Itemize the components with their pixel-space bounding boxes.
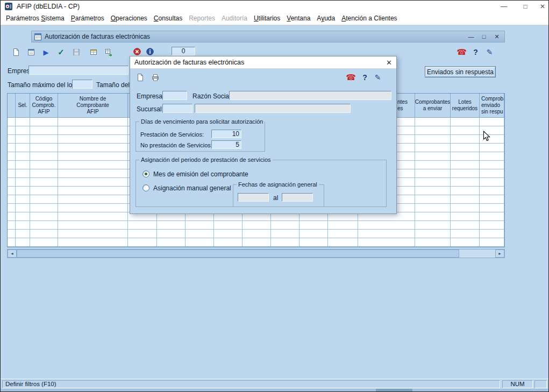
table-cell	[415, 221, 451, 230]
maximize-button[interactable]: □	[515, 1, 536, 13]
no-prestacion-input[interactable]: 5	[211, 140, 241, 149]
title-bar[interactable]: AFIP (dbELDIA - CP) — □ ✕	[1, 1, 548, 13]
empresa-input[interactable]	[28, 66, 129, 75]
menu-item-operaciones[interactable]: Operaciones	[108, 13, 151, 24]
table-cell	[415, 187, 451, 195]
table-column-header[interactable]: Comprobaenviadosin respu	[480, 94, 504, 118]
child-window-titlebar[interactable]: Autorización de facturas electrónicas — …	[31, 31, 505, 42]
table-cell	[16, 144, 30, 152]
table-cell	[480, 187, 504, 195]
table-cell	[16, 152, 30, 161]
table-cell	[8, 169, 16, 178]
table-cell	[30, 144, 58, 152]
properties-button[interactable]	[24, 46, 38, 59]
table-cell	[186, 221, 214, 230]
dialog-titlebar[interactable]: Autorización de facturas electrónicas ✕	[130, 56, 396, 69]
table-cell	[415, 195, 451, 204]
table-row[interactable]	[8, 230, 504, 238]
enviados-sin-respuesta-button[interactable]: Enviados sin respuesta	[425, 66, 496, 77]
table-cell	[451, 152, 480, 161]
dialog-exit-button[interactable]: ☎	[344, 71, 358, 84]
lots-table-button[interactable]	[87, 46, 100, 59]
table-cell	[8, 230, 16, 238]
table-cell	[451, 221, 480, 230]
table-cell	[243, 238, 271, 247]
exit-button[interactable]: ☎	[455, 46, 468, 59]
table-row[interactable]	[8, 221, 504, 230]
dialog-print-button[interactable]	[148, 71, 162, 84]
table-cell	[8, 204, 16, 212]
modify-button[interactable]: ✎	[483, 46, 496, 59]
table-cell	[16, 118, 30, 126]
table-column-header[interactable]	[8, 94, 16, 118]
dialog-empresa-label: Empresa:	[137, 92, 164, 100]
table-cell	[214, 221, 243, 230]
table-cell	[300, 238, 328, 247]
table-cell	[16, 187, 30, 195]
menu-item-ayuda[interactable]: Ayuda	[313, 13, 338, 24]
confirm-button[interactable]: ✓	[54, 46, 68, 59]
tamano-lote-input[interactable]	[72, 80, 92, 89]
cancel-send-button[interactable]	[132, 46, 142, 57]
table-column-header[interactable]: Comprobantesa enviar	[415, 94, 451, 118]
confirm-check-icon: ✓	[58, 47, 65, 57]
menu-item-atenci-n-a-clientes[interactable]: Atención a Clientes	[338, 13, 400, 24]
child-minimize-button[interactable]: —	[466, 33, 476, 40]
new-button[interactable]	[9, 46, 23, 59]
run-button[interactable]: ▶	[39, 46, 53, 59]
menu-item-utilitarios[interactable]: Utilitarios	[251, 13, 283, 24]
horizontal-scrollbar[interactable]: ◄ ►	[7, 249, 505, 258]
table-cell	[58, 212, 128, 221]
vencimiento-groupbox: Días de vencimiento para solicitar autor…	[136, 118, 265, 152]
radio-mes-emision[interactable]	[142, 170, 149, 177]
radio-manual-label[interactable]: Asignación manual general	[153, 184, 231, 192]
table-cell	[16, 178, 30, 187]
table-row[interactable]	[8, 238, 504, 247]
close-button[interactable]: ✕	[536, 1, 549, 13]
radio-asignacion-manual[interactable]	[142, 184, 149, 191]
help-button[interactable]: ?	[469, 46, 482, 59]
table-cell	[451, 144, 480, 152]
table-cell	[451, 178, 480, 187]
table-cell	[480, 221, 504, 230]
child-maximize-button[interactable]: □	[479, 33, 489, 40]
menu-item-ventana[interactable]: Ventana	[283, 13, 313, 24]
table-cell	[415, 238, 451, 247]
child-close-button[interactable]: ✕	[492, 33, 502, 40]
fechas-groupbox: Fechas de asignación general al	[233, 181, 324, 207]
new-document-icon	[136, 73, 145, 82]
menu-item-consultas[interactable]: Consultas	[151, 13, 186, 24]
dialog-sucursal-label: Sucursal:	[137, 105, 163, 113]
run-icon: ▶	[44, 48, 49, 56]
save-button	[69, 46, 83, 59]
dialog-close-button[interactable]: ✕	[378, 59, 392, 67]
table-cell	[415, 135, 451, 144]
scrollbar-thumb[interactable]	[17, 250, 459, 258]
table-column-header[interactable]: Nombre deComprobanteAFIP	[58, 94, 128, 118]
save-floppy-icon	[72, 48, 81, 56]
table-cell	[157, 230, 186, 238]
table-column-header[interactable]: CódigoComprob.AFIP	[30, 94, 58, 118]
table-cell	[16, 212, 30, 221]
dialog-modify-button[interactable]: ✎	[371, 71, 384, 84]
scroll-left-button[interactable]: ◄	[8, 250, 17, 258]
dialog-new-button[interactable]	[133, 71, 147, 84]
scroll-right-button[interactable]: ►	[495, 250, 504, 258]
grid-export-icon	[104, 48, 113, 56]
info-badge-button[interactable]	[145, 46, 155, 57]
menu-item-par-metros-sistema[interactable]: Parámetros Sistema	[3, 13, 68, 24]
table-cell	[480, 152, 504, 161]
dialog-help-button[interactable]: ?	[358, 71, 372, 84]
radio-mes-label[interactable]: Mes de emisión del comprobante	[153, 170, 248, 178]
minimize-button[interactable]: —	[493, 1, 515, 13]
menu-item-par-metros[interactable]: Parámetros	[68, 13, 108, 24]
export-grid-button[interactable]	[102, 46, 115, 59]
table-cell	[415, 118, 451, 126]
dialog-empresa-input[interactable]	[162, 91, 187, 100]
cancel-circle-icon	[133, 47, 141, 56]
table-column-header[interactable]: Lotesrequeridos	[451, 94, 480, 118]
table-column-header[interactable]: Sel.	[16, 94, 30, 118]
dialog-sucursal-input[interactable]	[162, 104, 192, 113]
prestacion-input[interactable]: 10	[211, 130, 241, 138]
table-cell	[451, 212, 480, 221]
